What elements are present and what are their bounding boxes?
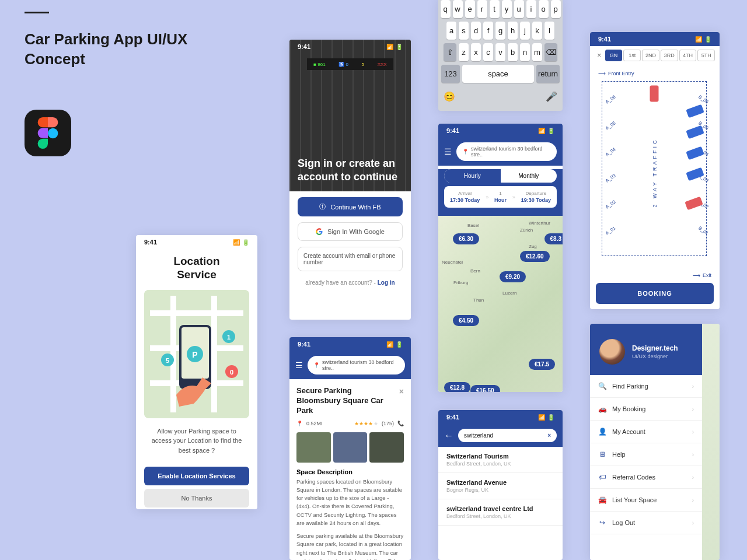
search-input[interactable]: switzerland× (458, 429, 557, 442)
login-link-row: already have an account? - Log in (289, 279, 411, 286)
create-account-button[interactable]: Create account with email or phone numbe… (298, 247, 403, 271)
search-result[interactable]: Switzerland AvenueBognor Regis, UK (438, 473, 563, 499)
price-pin[interactable]: €8.3 (544, 233, 563, 244)
key-k[interactable]: k (532, 22, 542, 40)
thumbnail[interactable] (333, 432, 368, 463)
duration-toggle: Hourly Monthly (444, 169, 557, 183)
time-selector[interactable]: Arrival17:30 Today » 1Hour » Departure19… (444, 186, 557, 208)
space-key[interactable]: space (462, 65, 534, 83)
key-r[interactable]: r (477, 0, 487, 18)
floor-tab[interactable]: GN (605, 50, 623, 61)
menu-item-icon: 🚗 (598, 405, 606, 413)
description-para: Parking spaces located on Bloomsbury Squ… (296, 478, 404, 528)
key-t[interactable]: t (490, 0, 500, 18)
clear-icon[interactable]: × (547, 432, 551, 439)
floor-tab[interactable]: 1st (623, 50, 641, 61)
key-v[interactable]: v (495, 43, 505, 61)
emoji-icon[interactable]: 😊 (444, 91, 455, 102)
booking-button[interactable]: BOOKING (596, 283, 714, 304)
search-result[interactable]: Switzerland TourismBedford Street, Londo… (438, 447, 563, 473)
menu-item-label: Find Parking (612, 383, 648, 390)
google-label: Sign In With Google (327, 228, 385, 235)
key-z[interactable]: z (459, 43, 469, 61)
key-f[interactable]: f (483, 22, 493, 40)
menu-icon[interactable]: ☰ (444, 147, 452, 156)
traffic-label: 2 WAY TRAFFIC (652, 138, 658, 207)
key-w[interactable]: w (453, 0, 463, 18)
pin-icon: 📍 (313, 362, 320, 368)
menu-icon[interactable]: ☰ (295, 360, 303, 370)
key-y[interactable]: y (502, 0, 512, 18)
price-pin[interactable]: €9.20 (500, 271, 526, 282)
key-x[interactable]: x (471, 43, 481, 61)
thumbnail[interactable] (369, 432, 404, 463)
key-c[interactable]: c (483, 43, 493, 61)
enable-location-button[interactable]: Enable Location Services (144, 467, 249, 485)
menu-item-label: My Booking (612, 405, 645, 412)
signin-google-button[interactable]: Sign In With Google (298, 222, 403, 241)
map-city-label: Friburg (453, 280, 468, 285)
map-view[interactable]: Basel Zürich Bern Winterthur Luzern Neuc… (438, 216, 563, 392)
price-pin[interactable]: €6.30 (453, 233, 479, 244)
back-icon[interactable]: ← (444, 430, 453, 441)
key-h[interactable]: h (508, 22, 518, 40)
menu-item[interactable]: 🖥Help› (590, 443, 702, 466)
menu-item[interactable]: ↪Log Out› (590, 512, 702, 534)
tab-hourly[interactable]: Hourly (444, 169, 501, 183)
menu-item[interactable]: 🔍Find Parking› (590, 375, 702, 398)
key-s[interactable]: s (459, 22, 469, 40)
key-u[interactable]: u (514, 0, 524, 18)
key-m[interactable]: m (532, 43, 542, 61)
close-button[interactable]: × (595, 50, 604, 61)
menu-item[interactable]: 🚗My Booking› (590, 398, 702, 421)
num-key[interactable]: 123 (441, 65, 460, 83)
phone-icon[interactable]: 📞 (397, 421, 404, 426)
menu-item[interactable]: 🚘List Your Space› (590, 489, 702, 512)
menu-item[interactable]: 🏷Referral Codes› (590, 466, 702, 489)
floor-tab[interactable]: 4TH (679, 50, 697, 61)
price-pin[interactable]: €16.50 (470, 385, 500, 392)
keyboard-bottom: 😊🎤 (441, 86, 560, 104)
key-o[interactable]: o (539, 0, 549, 18)
shift-key[interactable]: ⇧ (444, 43, 456, 61)
thumbnail[interactable] (296, 432, 331, 463)
key-p[interactable]: p (551, 0, 561, 18)
menu-item[interactable]: 👤My Account› (590, 421, 702, 443)
key-d[interactable]: d (471, 22, 481, 40)
search-input[interactable]: 📍switzerland tourism 30 bedford stre.. (456, 142, 557, 161)
floor-tab[interactable]: 5TH (697, 50, 715, 61)
price-pin[interactable]: €12.8 (444, 382, 470, 392)
no-thanks-button[interactable]: No Thanks (144, 489, 249, 508)
status-bar: 9:41📶🔋 (289, 337, 411, 351)
section-title: Space Description (296, 468, 404, 475)
key-g[interactable]: g (495, 22, 505, 40)
key-j[interactable]: j (520, 22, 530, 40)
price-pin[interactable]: €17.5 (529, 359, 555, 370)
search-result[interactable]: switzerland travel centre LtdBedford Str… (438, 499, 563, 526)
parking-layout: ⟶Front Entry 2 WAY TRAFFIC A_06A_05A_04A… (590, 65, 720, 281)
return-key[interactable]: return (536, 65, 560, 83)
profile-header[interactable]: Designer.techUI/UX designer (590, 324, 702, 375)
floor-tab[interactable]: 3RD (661, 50, 678, 61)
backspace-key[interactable]: ⌫ (544, 43, 557, 61)
floor-tab[interactable]: 2ND (642, 50, 659, 61)
search-input[interactable]: 📍switzerland tourism 30 bedford stre.. (308, 356, 405, 374)
continue-facebook-button[interactable]: ⓕContinue With FB (298, 197, 403, 216)
mic-icon[interactable]: 🎤 (546, 91, 557, 102)
sidebar-menu: Designer.techUI/UX designer 🔍Find Parkin… (590, 324, 702, 560)
key-e[interactable]: e (465, 0, 475, 18)
map-city-label: Neuchâtel (442, 260, 463, 265)
price-pin[interactable]: €4.50 (453, 315, 479, 326)
key-i[interactable]: i (526, 0, 536, 18)
close-icon[interactable]: × (399, 386, 404, 397)
key-a[interactable]: a (446, 22, 456, 40)
login-link[interactable]: Log in (378, 279, 395, 286)
key-l[interactable]: l (544, 22, 554, 40)
menu-item-icon: 🖥 (598, 450, 606, 459)
price-pin[interactable]: €12.60 (520, 251, 550, 262)
key-b[interactable]: b (508, 43, 518, 61)
key-n[interactable]: n (520, 43, 530, 61)
tab-monthly[interactable]: Monthly (501, 169, 557, 183)
key-q[interactable]: q (441, 0, 451, 18)
pin-icon: 📍 (462, 149, 469, 155)
